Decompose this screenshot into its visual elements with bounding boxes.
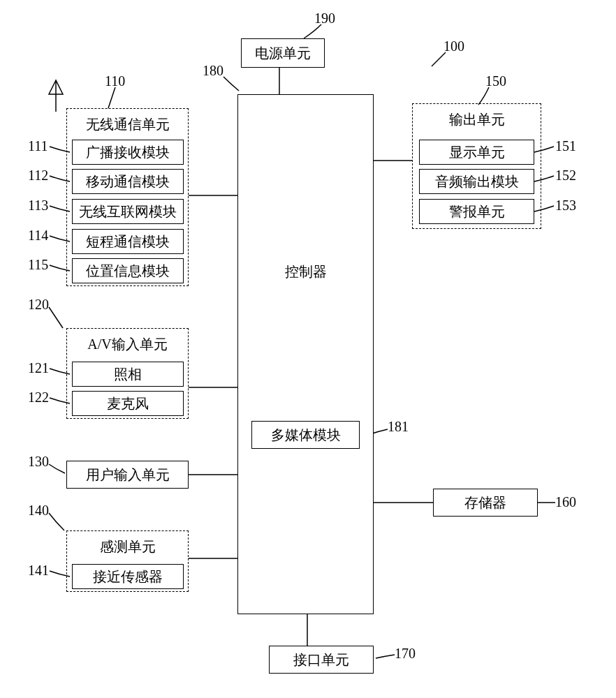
ref-160: 160 [555, 494, 576, 510]
alarm-box: 警报单元 [419, 199, 534, 224]
controller-box: 控制器 [237, 94, 374, 614]
av-input-title: A/V输入单元 [80, 335, 175, 354]
output-title: 输出单元 [433, 110, 520, 129]
sensing-title: 感测单元 [80, 537, 175, 556]
interface-label: 接口单元 [293, 651, 349, 669]
display-label: 显示单元 [449, 143, 505, 162]
user-input-label: 用户输入单元 [86, 466, 170, 484]
proximity-label: 接近传感器 [93, 567, 163, 586]
svg-marker-1 [49, 80, 63, 94]
audio-out-box: 音频输出模块 [419, 169, 534, 194]
ref-170: 170 [395, 646, 416, 662]
ref-121: 121 [28, 360, 49, 376]
mobile-comm-box: 移动通信模块 [72, 169, 184, 194]
ref-140: 140 [28, 503, 49, 519]
position-label: 位置信息模块 [86, 262, 170, 281]
memory-box: 存储器 [433, 489, 538, 517]
controller-label: 控制器 [285, 262, 327, 281]
ref-113: 113 [28, 198, 48, 214]
short-range-box: 短程通信模块 [72, 229, 184, 254]
ref-122: 122 [28, 389, 49, 406]
power-unit-label: 电源单元 [255, 44, 311, 63]
short-range-label: 短程通信模块 [86, 232, 170, 251]
ref-190: 190 [314, 10, 335, 27]
wireless-net-label: 无线互联网模块 [79, 202, 177, 221]
ref-180: 180 [203, 63, 223, 79]
broadcast-label: 广播接收模块 [86, 143, 170, 162]
display-box: 显示单元 [419, 140, 534, 165]
proximity-box: 接近传感器 [72, 564, 184, 589]
broadcast-box: 广播接收模块 [72, 140, 184, 165]
mobile-comm-label: 移动通信模块 [86, 172, 170, 191]
multimedia-label: 多媒体模块 [271, 426, 341, 445]
camera-label: 照相 [114, 365, 142, 384]
ref-152: 152 [555, 168, 576, 184]
alarm-label: 警报单元 [449, 202, 505, 221]
ref-153: 153 [555, 198, 576, 214]
audio-out-label: 音频输出模块 [435, 172, 519, 191]
power-unit-box: 电源单元 [241, 38, 325, 68]
ref-111: 111 [28, 138, 48, 154]
ref-181: 181 [388, 419, 409, 435]
wireless-net-box: 无线互联网模块 [72, 199, 184, 224]
wireless-unit-title: 无线通信单元 [80, 115, 175, 134]
mic-label: 麦克风 [107, 394, 149, 413]
ref-120: 120 [28, 297, 49, 313]
ref-110: 110 [105, 73, 125, 89]
ref-100: 100 [443, 38, 464, 54]
multimedia-box: 多媒体模块 [251, 421, 360, 449]
ref-114: 114 [28, 228, 48, 244]
ref-150: 150 [485, 73, 506, 89]
ref-141: 141 [28, 563, 49, 579]
camera-box: 照相 [72, 362, 184, 387]
position-box: 位置信息模块 [72, 258, 184, 283]
ref-151: 151 [555, 138, 576, 154]
ref-115: 115 [28, 257, 48, 273]
ref-130: 130 [28, 454, 49, 470]
mic-box: 麦克风 [72, 391, 184, 416]
user-input-box: 用户输入单元 [66, 461, 189, 489]
memory-label: 存储器 [464, 493, 506, 512]
interface-box: 接口单元 [269, 646, 374, 674]
ref-112: 112 [28, 168, 48, 184]
